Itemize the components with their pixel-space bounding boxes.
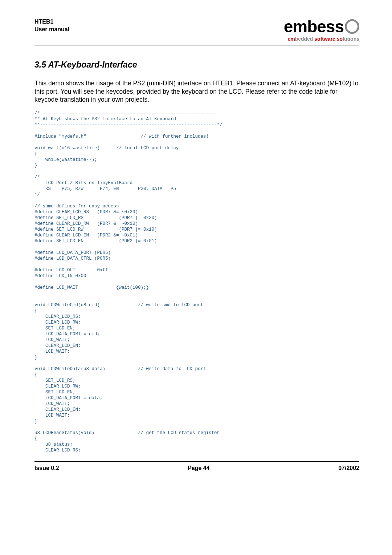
page-header: HTEB1 User manual embess embedded softwa…	[34, 18, 359, 42]
footer-divider	[34, 461, 359, 462]
footer-date: 07/2002	[338, 465, 359, 471]
header-divider	[34, 45, 359, 45]
logo: embess embedded software solutions	[284, 18, 359, 42]
logo-tagline: embedded software solutions	[287, 36, 359, 42]
doc-title-line2: User manual	[34, 26, 69, 33]
logo-ring-icon	[345, 19, 359, 34]
section-heading: 3.5 AT-Keyboard-Interface	[34, 60, 359, 70]
intro-paragraph: This demo shows the usage of the PS2 (mi…	[34, 79, 359, 104]
code-block: /*--------------------------------------…	[34, 110, 359, 453]
footer-page: Page 44	[188, 465, 209, 471]
logo-wordmark: embess	[284, 18, 359, 35]
doc-title: HTEB1 User manual	[34, 18, 69, 33]
footer-issue: Issue 0.2	[34, 465, 59, 471]
doc-title-line1: HTEB1	[34, 18, 69, 26]
page-footer: Issue 0.2 Page 44 07/2002	[34, 465, 359, 471]
